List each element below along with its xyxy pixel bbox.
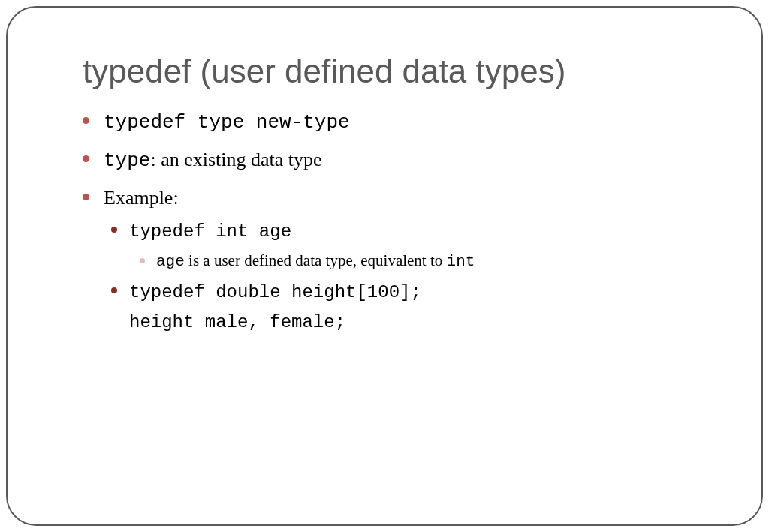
bullet-3a1-code1: age (156, 253, 185, 270)
bullet-1-code: typedef type new-type (104, 111, 350, 134)
bullet-2: type: an existing data type (83, 146, 701, 174)
bullet-3: Example: typedef int age age is a user d… (83, 185, 701, 335)
bullet-3b: typedef double height[100]; height male,… (111, 279, 701, 335)
bullet-list-level2: typedef int age age is a user defined da… (111, 218, 701, 335)
bullet-3a1: age is a user defined data type, equival… (140, 251, 701, 272)
bullet-3a1-code2: int (447, 253, 475, 270)
bullet-3a-code: typedef int age (129, 221, 291, 242)
slide-frame: typedef (user defined data types) typede… (6, 6, 763, 526)
bullet-3a: typedef int age age is a user defined da… (111, 218, 701, 272)
bullet-3b-line2: height male, female; (129, 310, 701, 335)
bullet-3-text: Example: (104, 187, 179, 209)
bullet-3b-line1: typedef double height[100]; (129, 282, 421, 302)
bullet-3a1-text: is a user defined data type, equivalent … (185, 251, 447, 269)
slide-title: typedef (user defined data types) (83, 53, 701, 90)
bullet-1: typedef type new-type (83, 108, 701, 136)
bullet-2-code: type (104, 149, 150, 172)
bullet-list-level1: typedef type new-type type: an existing … (83, 108, 701, 335)
bullet-2-text: : an existing data type (150, 149, 321, 170)
bullet-list-level3: age is a user defined data type, equival… (140, 251, 701, 272)
